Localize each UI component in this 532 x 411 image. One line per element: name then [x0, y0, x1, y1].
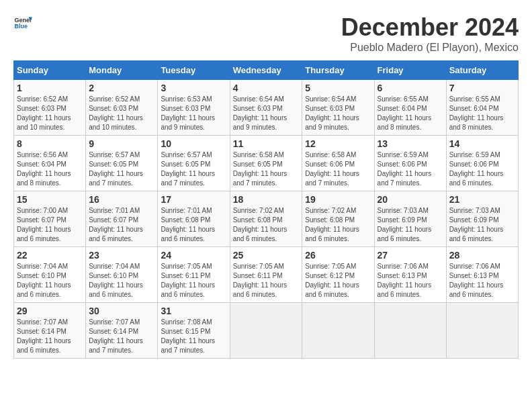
calendar-table: SundayMondayTuesdayWednesdayThursdayFrid… — [13, 60, 519, 359]
calendar-week-1: 1Sunrise: 6:52 AM Sunset: 6:03 PM Daylig… — [14, 80, 519, 136]
calendar-cell: 7Sunrise: 6:55 AM Sunset: 6:04 PM Daylig… — [446, 80, 518, 136]
calendar-week-3: 15Sunrise: 7:00 AM Sunset: 6:07 PM Dayli… — [14, 191, 519, 247]
calendar-cell: 28Sunrise: 7:06 AM Sunset: 6:13 PM Dayli… — [446, 247, 518, 303]
day-number: 21 — [449, 194, 515, 205]
day-number: 31 — [161, 306, 226, 316]
day-number: 7 — [449, 83, 515, 93]
calendar-cell: 3Sunrise: 6:53 AM Sunset: 6:03 PM Daylig… — [158, 80, 230, 136]
day-number: 8 — [17, 138, 83, 149]
calendar-cell: 26Sunrise: 7:05 AM Sunset: 6:12 PM Dayli… — [302, 247, 374, 303]
day-number: 9 — [89, 138, 154, 149]
day-info: Sunrise: 6:57 AM Sunset: 6:05 PM Dayligh… — [161, 150, 226, 188]
weekday-monday: Monday — [86, 61, 158, 80]
calendar-cell: 30Sunrise: 7:07 AM Sunset: 6:14 PM Dayli… — [86, 303, 158, 359]
day-info: Sunrise: 7:01 AM Sunset: 6:08 PM Dayligh… — [161, 206, 226, 244]
day-number: 22 — [17, 250, 83, 261]
day-info: Sunrise: 6:57 AM Sunset: 6:05 PM Dayligh… — [89, 150, 154, 188]
month-title: December 2024 — [341, 13, 519, 42]
day-info: Sunrise: 7:02 AM Sunset: 6:08 PM Dayligh… — [305, 206, 371, 244]
day-number: 16 — [89, 194, 154, 205]
logo-icon: General Blue — [13, 13, 32, 32]
day-info: Sunrise: 7:07 AM Sunset: 6:14 PM Dayligh… — [89, 318, 154, 355]
day-number: 10 — [161, 138, 226, 149]
day-info: Sunrise: 7:04 AM Sunset: 6:10 PM Dayligh… — [17, 262, 83, 300]
calendar-week-5: 29Sunrise: 7:07 AM Sunset: 6:14 PM Dayli… — [14, 303, 519, 359]
day-info: Sunrise: 7:03 AM Sunset: 6:09 PM Dayligh… — [449, 206, 515, 244]
calendar-cell — [302, 303, 374, 359]
day-info: Sunrise: 7:05 AM Sunset: 6:11 PM Dayligh… — [161, 262, 226, 300]
day-info: Sunrise: 7:01 AM Sunset: 6:07 PM Dayligh… — [89, 206, 154, 244]
day-info: Sunrise: 7:05 AM Sunset: 6:12 PM Dayligh… — [305, 262, 371, 300]
day-number: 14 — [449, 138, 515, 149]
day-info: Sunrise: 6:52 AM Sunset: 6:03 PM Dayligh… — [89, 95, 154, 132]
day-info: Sunrise: 6:53 AM Sunset: 6:03 PM Dayligh… — [161, 95, 226, 132]
day-info: Sunrise: 7:05 AM Sunset: 6:11 PM Dayligh… — [233, 262, 300, 300]
location-subtitle: Pueblo Madero (El Playon), Mexico — [341, 42, 519, 54]
day-info: Sunrise: 6:56 AM Sunset: 6:04 PM Dayligh… — [17, 150, 83, 188]
calendar-cell: 17Sunrise: 7:01 AM Sunset: 6:08 PM Dayli… — [158, 191, 230, 247]
day-number: 27 — [378, 250, 443, 261]
weekday-saturday: Saturday — [446, 61, 518, 80]
calendar-cell: 19Sunrise: 7:02 AM Sunset: 6:08 PM Dayli… — [302, 191, 374, 247]
day-info: Sunrise: 6:59 AM Sunset: 6:06 PM Dayligh… — [378, 150, 443, 188]
weekday-tuesday: Tuesday — [158, 61, 230, 80]
calendar-cell: 18Sunrise: 7:02 AM Sunset: 6:08 PM Dayli… — [230, 191, 302, 247]
day-info: Sunrise: 7:00 AM Sunset: 6:07 PM Dayligh… — [17, 206, 83, 244]
calendar-cell — [374, 303, 446, 359]
calendar-cell: 5Sunrise: 6:54 AM Sunset: 6:03 PM Daylig… — [302, 80, 374, 136]
day-info: Sunrise: 7:03 AM Sunset: 6:09 PM Dayligh… — [378, 206, 443, 244]
calendar-cell: 4Sunrise: 6:54 AM Sunset: 6:03 PM Daylig… — [230, 80, 302, 136]
calendar-cell: 15Sunrise: 7:00 AM Sunset: 6:07 PM Dayli… — [14, 191, 86, 247]
day-info: Sunrise: 6:54 AM Sunset: 6:03 PM Dayligh… — [233, 95, 300, 132]
day-number: 3 — [161, 83, 226, 93]
calendar-cell: 11Sunrise: 6:58 AM Sunset: 6:05 PM Dayli… — [230, 136, 302, 191]
logo: General Blue — [13, 13, 32, 32]
calendar-cell: 13Sunrise: 6:59 AM Sunset: 6:06 PM Dayli… — [374, 136, 446, 191]
weekday-header-row: SundayMondayTuesdayWednesdayThursdayFrid… — [14, 61, 519, 80]
svg-text:Blue: Blue — [14, 23, 28, 30]
calendar-week-4: 22Sunrise: 7:04 AM Sunset: 6:10 PM Dayli… — [14, 247, 519, 303]
calendar-cell: 12Sunrise: 6:58 AM Sunset: 6:06 PM Dayli… — [302, 136, 374, 191]
calendar-cell: 2Sunrise: 6:52 AM Sunset: 6:03 PM Daylig… — [86, 80, 158, 136]
day-number: 30 — [89, 306, 154, 316]
calendar-cell: 29Sunrise: 7:07 AM Sunset: 6:14 PM Dayli… — [14, 303, 86, 359]
calendar-cell — [446, 303, 518, 359]
calendar-cell: 16Sunrise: 7:01 AM Sunset: 6:07 PM Dayli… — [86, 191, 158, 247]
day-info: Sunrise: 6:58 AM Sunset: 6:06 PM Dayligh… — [305, 150, 371, 188]
day-number: 23 — [89, 250, 154, 261]
day-number: 28 — [449, 250, 515, 261]
calendar-cell: 24Sunrise: 7:05 AM Sunset: 6:11 PM Dayli… — [158, 247, 230, 303]
day-number: 13 — [378, 138, 443, 149]
day-number: 18 — [233, 194, 300, 205]
calendar-cell: 9Sunrise: 6:57 AM Sunset: 6:05 PM Daylig… — [86, 136, 158, 191]
calendar-cell: 20Sunrise: 7:03 AM Sunset: 6:09 PM Dayli… — [374, 191, 446, 247]
page-header: General Blue December 2024 Pueblo Madero… — [13, 13, 519, 54]
day-info: Sunrise: 6:55 AM Sunset: 6:04 PM Dayligh… — [378, 95, 443, 132]
calendar-cell: 8Sunrise: 6:56 AM Sunset: 6:04 PM Daylig… — [14, 136, 86, 191]
day-number: 1 — [17, 83, 83, 93]
day-number: 19 — [305, 194, 371, 205]
calendar-cell: 6Sunrise: 6:55 AM Sunset: 6:04 PM Daylig… — [374, 80, 446, 136]
day-info: Sunrise: 7:07 AM Sunset: 6:14 PM Dayligh… — [17, 318, 83, 355]
day-number: 17 — [161, 194, 226, 205]
day-number: 26 — [305, 250, 371, 261]
day-number: 6 — [378, 83, 443, 93]
weekday-thursday: Thursday — [302, 61, 374, 80]
day-number: 15 — [17, 194, 83, 205]
day-number: 5 — [305, 83, 371, 93]
day-number: 4 — [233, 83, 300, 93]
calendar-cell: 23Sunrise: 7:04 AM Sunset: 6:10 PM Dayli… — [86, 247, 158, 303]
day-info: Sunrise: 6:52 AM Sunset: 6:03 PM Dayligh… — [17, 95, 83, 132]
day-number: 24 — [161, 250, 226, 261]
weekday-wednesday: Wednesday — [230, 61, 302, 80]
calendar-cell: 27Sunrise: 7:06 AM Sunset: 6:13 PM Dayli… — [374, 247, 446, 303]
day-info: Sunrise: 7:06 AM Sunset: 6:13 PM Dayligh… — [378, 262, 443, 300]
calendar-week-2: 8Sunrise: 6:56 AM Sunset: 6:04 PM Daylig… — [14, 136, 519, 191]
weekday-friday: Friday — [374, 61, 446, 80]
calendar-cell: 21Sunrise: 7:03 AM Sunset: 6:09 PM Dayli… — [446, 191, 518, 247]
day-number: 2 — [89, 83, 154, 93]
calendar-cell — [230, 303, 302, 359]
title-block: December 2024 Pueblo Madero (El Playon),… — [341, 13, 519, 54]
day-info: Sunrise: 7:02 AM Sunset: 6:08 PM Dayligh… — [233, 206, 300, 244]
calendar-cell: 10Sunrise: 6:57 AM Sunset: 6:05 PM Dayli… — [158, 136, 230, 191]
